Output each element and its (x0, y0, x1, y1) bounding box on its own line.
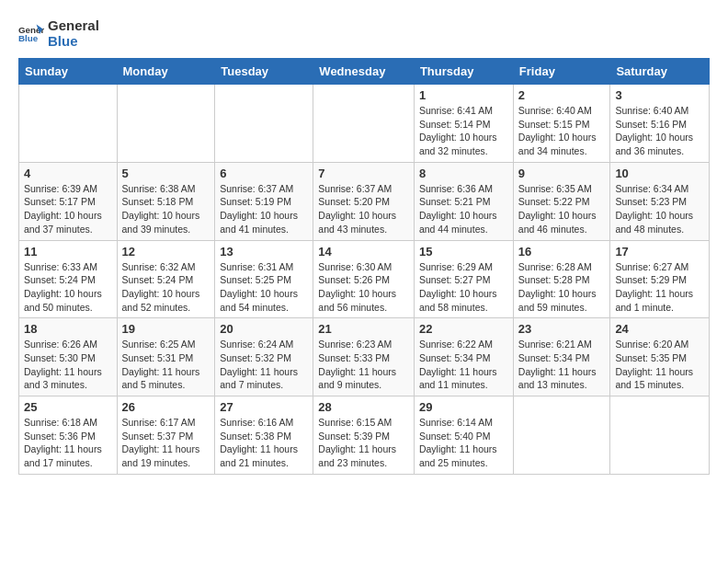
day-number: 10 (615, 167, 704, 180)
calendar-cell: 27Sunrise: 6:16 AM Sunset: 5:38 PM Dayli… (215, 396, 313, 475)
day-info: Sunrise: 6:37 AM Sunset: 5:19 PM Dayligh… (220, 182, 308, 236)
day-number: 26 (122, 400, 210, 414)
column-header-friday: Friday (513, 59, 610, 85)
day-info: Sunrise: 6:37 AM Sunset: 5:20 PM Dayligh… (318, 182, 409, 236)
calendar-cell: 20Sunrise: 6:24 AM Sunset: 5:32 PM Dayli… (215, 318, 313, 396)
day-number: 13 (220, 245, 308, 259)
calendar-cell: 21Sunrise: 6:23 AM Sunset: 5:33 PM Dayli… (313, 318, 415, 396)
column-header-tuesday: Tuesday (215, 59, 313, 85)
day-number: 21 (318, 322, 409, 336)
day-info: Sunrise: 6:39 AM Sunset: 5:17 PM Dayligh… (24, 182, 112, 236)
calendar-week-5: 25Sunrise: 6:18 AM Sunset: 5:36 PM Dayli… (19, 396, 710, 475)
day-number: 2 (518, 88, 606, 102)
day-number: 18 (24, 322, 112, 336)
calendar-cell: 15Sunrise: 6:29 AM Sunset: 5:27 PM Dayli… (414, 240, 513, 318)
day-number: 22 (419, 322, 508, 336)
logo-general: General (48, 18, 99, 34)
calendar-cell: 17Sunrise: 6:27 AM Sunset: 5:29 PM Dayli… (610, 240, 710, 318)
day-info: Sunrise: 6:26 AM Sunset: 5:30 PM Dayligh… (24, 338, 112, 392)
logo-blue: Blue (48, 34, 99, 50)
day-number: 19 (122, 322, 210, 336)
day-number: 20 (220, 322, 308, 336)
calendar-cell: 4Sunrise: 6:39 AM Sunset: 5:17 PM Daylig… (19, 162, 118, 240)
calendar-cell: 13Sunrise: 6:31 AM Sunset: 5:25 PM Dayli… (215, 240, 313, 318)
day-number: 1 (419, 88, 508, 102)
calendar-header-row: SundayMondayTuesdayWednesdayThursdayFrid… (19, 59, 710, 85)
header: General Blue General Blue (18, 18, 710, 49)
day-number: 25 (24, 400, 112, 414)
day-info: Sunrise: 6:41 AM Sunset: 5:14 PM Dayligh… (419, 104, 508, 158)
calendar-cell (19, 85, 118, 163)
day-number: 14 (318, 245, 409, 259)
day-number: 12 (122, 245, 210, 259)
day-number: 15 (419, 245, 508, 259)
day-number: 17 (615, 245, 704, 259)
column-header-saturday: Saturday (610, 59, 710, 85)
day-number: 7 (318, 167, 409, 180)
day-info: Sunrise: 6:29 AM Sunset: 5:27 PM Dayligh… (419, 260, 508, 315)
column-header-thursday: Thursday (414, 59, 513, 85)
calendar-cell: 12Sunrise: 6:32 AM Sunset: 5:24 PM Dayli… (117, 240, 215, 318)
calendar-cell: 14Sunrise: 6:30 AM Sunset: 5:26 PM Dayli… (313, 240, 415, 318)
calendar-cell: 22Sunrise: 6:22 AM Sunset: 5:34 PM Dayli… (414, 318, 513, 396)
calendar-cell: 24Sunrise: 6:20 AM Sunset: 5:35 PM Dayli… (610, 318, 710, 396)
calendar-cell: 6Sunrise: 6:37 AM Sunset: 5:19 PM Daylig… (215, 162, 313, 240)
calendar-cell: 25Sunrise: 6:18 AM Sunset: 5:36 PM Dayli… (19, 396, 118, 475)
day-number: 3 (615, 88, 704, 102)
column-header-wednesday: Wednesday (313, 59, 415, 85)
calendar-cell: 26Sunrise: 6:17 AM Sunset: 5:37 PM Dayli… (117, 396, 215, 475)
day-info: Sunrise: 6:18 AM Sunset: 5:36 PM Dayligh… (24, 416, 112, 470)
day-info: Sunrise: 6:28 AM Sunset: 5:28 PM Dayligh… (518, 260, 606, 315)
calendar-cell (610, 396, 710, 475)
calendar-cell: 28Sunrise: 6:15 AM Sunset: 5:39 PM Dayli… (313, 396, 415, 475)
calendar-cell: 11Sunrise: 6:33 AM Sunset: 5:24 PM Dayli… (19, 240, 118, 318)
day-info: Sunrise: 6:36 AM Sunset: 5:21 PM Dayligh… (419, 182, 508, 236)
day-info: Sunrise: 6:34 AM Sunset: 5:23 PM Dayligh… (615, 182, 704, 236)
calendar-week-2: 4Sunrise: 6:39 AM Sunset: 5:17 PM Daylig… (19, 162, 710, 240)
day-info: Sunrise: 6:24 AM Sunset: 5:32 PM Dayligh… (220, 338, 308, 392)
calendar-cell: 5Sunrise: 6:38 AM Sunset: 5:18 PM Daylig… (117, 162, 215, 240)
day-info: Sunrise: 6:21 AM Sunset: 5:34 PM Dayligh… (518, 338, 606, 392)
day-number: 27 (220, 400, 308, 414)
day-info: Sunrise: 6:16 AM Sunset: 5:38 PM Dayligh… (220, 416, 308, 470)
day-number: 4 (24, 167, 112, 180)
day-info: Sunrise: 6:32 AM Sunset: 5:24 PM Dayligh… (122, 260, 210, 315)
calendar-cell: 18Sunrise: 6:26 AM Sunset: 5:30 PM Dayli… (19, 318, 118, 396)
calendar-week-1: 1Sunrise: 6:41 AM Sunset: 5:14 PM Daylig… (19, 85, 710, 163)
day-info: Sunrise: 6:14 AM Sunset: 5:40 PM Dayligh… (419, 416, 508, 470)
calendar-cell: 16Sunrise: 6:28 AM Sunset: 5:28 PM Dayli… (513, 240, 610, 318)
column-header-sunday: Sunday (19, 59, 118, 85)
logo: General Blue General Blue (18, 18, 99, 49)
calendar-cell: 19Sunrise: 6:25 AM Sunset: 5:31 PM Dayli… (117, 318, 215, 396)
calendar-table: SundayMondayTuesdayWednesdayThursdayFrid… (18, 58, 710, 475)
calendar-cell: 9Sunrise: 6:35 AM Sunset: 5:22 PM Daylig… (513, 162, 610, 240)
day-info: Sunrise: 6:40 AM Sunset: 5:16 PM Dayligh… (615, 104, 704, 158)
calendar-cell: 23Sunrise: 6:21 AM Sunset: 5:34 PM Dayli… (513, 318, 610, 396)
day-info: Sunrise: 6:27 AM Sunset: 5:29 PM Dayligh… (615, 260, 704, 315)
day-number: 23 (518, 322, 606, 336)
day-info: Sunrise: 6:38 AM Sunset: 5:18 PM Dayligh… (122, 182, 210, 236)
calendar-week-3: 11Sunrise: 6:33 AM Sunset: 5:24 PM Dayli… (19, 240, 710, 318)
calendar-cell (215, 85, 313, 163)
day-number: 29 (419, 400, 508, 414)
day-number: 24 (615, 322, 704, 336)
day-number: 16 (518, 245, 606, 259)
calendar-cell: 1Sunrise: 6:41 AM Sunset: 5:14 PM Daylig… (414, 85, 513, 163)
calendar-cell (117, 85, 215, 163)
day-number: 5 (122, 167, 210, 180)
day-number: 11 (24, 245, 112, 259)
day-info: Sunrise: 6:15 AM Sunset: 5:39 PM Dayligh… (318, 416, 409, 470)
day-info: Sunrise: 6:35 AM Sunset: 5:22 PM Dayligh… (518, 182, 606, 236)
day-number: 9 (518, 167, 606, 180)
day-info: Sunrise: 6:20 AM Sunset: 5:35 PM Dayligh… (615, 338, 704, 392)
calendar-cell: 8Sunrise: 6:36 AM Sunset: 5:21 PM Daylig… (414, 162, 513, 240)
day-info: Sunrise: 6:31 AM Sunset: 5:25 PM Dayligh… (220, 260, 308, 315)
day-number: 28 (318, 400, 409, 414)
calendar-week-4: 18Sunrise: 6:26 AM Sunset: 5:30 PM Dayli… (19, 318, 710, 396)
column-header-monday: Monday (117, 59, 215, 85)
day-info: Sunrise: 6:25 AM Sunset: 5:31 PM Dayligh… (122, 338, 210, 392)
calendar-cell: 3Sunrise: 6:40 AM Sunset: 5:16 PM Daylig… (610, 85, 710, 163)
calendar-cell (513, 396, 610, 475)
calendar-cell: 29Sunrise: 6:14 AM Sunset: 5:40 PM Dayli… (414, 396, 513, 475)
day-number: 6 (220, 167, 308, 180)
